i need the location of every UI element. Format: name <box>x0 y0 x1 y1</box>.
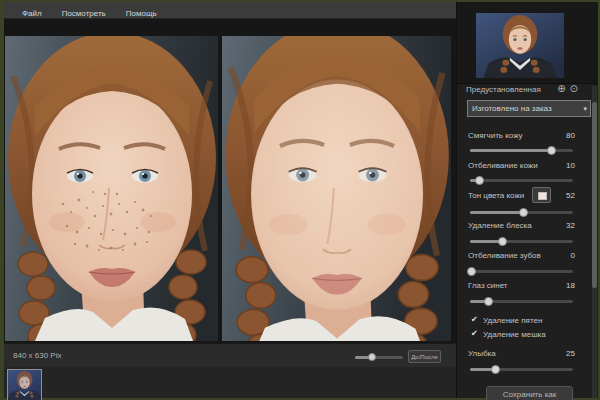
slider-handle-teeth-whitening[interactable] <box>467 267 476 276</box>
checkbox-row-blemish-removal[interactable]: ✔Удаление пятен <box>457 315 599 327</box>
slider-fill-skin-tone <box>470 211 524 214</box>
slider-track-gloss-removal[interactable] <box>470 240 573 243</box>
preset-section-label: Предустановленная <box>466 85 541 94</box>
checkbox-label-eyebag-removal: Удаление мешка <box>483 330 546 339</box>
slider-track-soften-skin[interactable] <box>470 149 573 152</box>
preset-remove-icon[interactable]: ⊙ <box>570 83 582 94</box>
thumbnail-portrait <box>8 370 41 400</box>
adjustments-panel: Предустановленная ⊕⊙ Изготовлено на зака… <box>456 2 598 398</box>
preview-image-before <box>5 36 218 341</box>
menu-item-1[interactable]: Посмотреть <box>52 6 116 22</box>
menu-item-0[interactable]: Файл <box>12 6 52 22</box>
slider-label-gloss-removal: Удаление блеска <box>468 221 532 230</box>
slider-group-soften-skin: Смягчить кожу80 <box>457 131 599 159</box>
thumbnail-strip <box>4 367 456 398</box>
slider-handle-eye-blue[interactable] <box>484 297 493 306</box>
slider-value-skin-tone: 52 <box>566 191 575 200</box>
save-as-button[interactable]: Сохранить как <box>486 386 573 400</box>
menu-item-2[interactable]: Помощь <box>116 6 167 22</box>
slider-group-teeth-whitening: Отбеливание зубов0 <box>457 251 599 280</box>
slider-handle-soften-skin[interactable] <box>547 146 556 155</box>
slider-value-soften-skin: 80 <box>566 131 575 140</box>
preview-zoom-slider[interactable] <box>355 356 403 359</box>
preview-image-after <box>222 36 451 341</box>
photo-retouch-app: { "window": { "menu_items": ["Файл", "По… <box>0 0 600 400</box>
slider-label-soften-skin: Смягчить кожу <box>468 131 523 140</box>
status-bar: 840 x 630 Pix До/После <box>4 343 456 368</box>
slider-value-gloss-removal: 32 <box>566 221 575 230</box>
checkbox-check-icon[interactable]: ✔ <box>471 329 478 338</box>
slider-fill-soften-skin <box>470 149 552 152</box>
chevron-down-icon: ▾ <box>583 101 587 116</box>
preview-zoom-handle[interactable] <box>368 353 376 361</box>
slider-handle-smile[interactable] <box>491 365 500 374</box>
skin-tone-swatch-color <box>538 192 547 200</box>
slider-value-eye-blue: 18 <box>566 281 575 290</box>
checkbox-row-eyebag-removal[interactable]: ✔Удаление мешка <box>457 329 599 341</box>
menubar: ФайлПосмотретьПомощь <box>4 2 456 19</box>
slider-value-skin-whitening: 10 <box>566 161 575 170</box>
preset-dropdown[interactable]: Изготовлено на заказ ▾ <box>467 100 591 117</box>
panel-header <box>457 2 598 84</box>
slider-track-smile[interactable] <box>470 368 573 371</box>
portrait-after-illustration <box>222 36 451 341</box>
slider-track-skin-tone[interactable] <box>470 211 573 214</box>
slider-group-skin-whitening: Отбеливание кожи10 <box>457 161 599 189</box>
slider-value-smile: 25 <box>566 349 575 358</box>
slider-group-smile: Улыбка25 <box>457 349 599 378</box>
slider-label-smile: Улыбка <box>468 349 496 358</box>
slider-track-teeth-whitening[interactable] <box>470 270 573 273</box>
slider-label-eye-blue: Глаз синет <box>468 281 508 290</box>
app-window: ФайлПосмотретьПомощь 840 x 630 Pix До/По… <box>4 2 598 398</box>
panel-scrollbar-thumb[interactable] <box>592 102 597 288</box>
slider-group-skin-tone: Тон цвета кожи52 <box>457 191 599 221</box>
slider-track-skin-whitening[interactable] <box>470 179 573 182</box>
slider-label-skin-tone: Тон цвета кожи <box>468 191 524 200</box>
slider-handle-skin-tone[interactable] <box>519 208 528 217</box>
portrait-before-illustration <box>5 36 218 341</box>
thumbnail-strip-item[interactable] <box>7 369 42 400</box>
slider-value-teeth-whitening: 0 <box>571 251 575 260</box>
preset-add-icon[interactable]: ⊕ <box>557 83 569 94</box>
panel-scrollbar[interactable] <box>592 86 597 398</box>
slider-group-eye-blue: Глаз синет18 <box>457 281 599 310</box>
preset-dropdown-value: Изготовлено на заказ <box>472 101 552 116</box>
checkbox-check-icon[interactable]: ✔ <box>471 315 478 324</box>
preset-icons: ⊕⊙ <box>557 83 582 94</box>
before-after-button[interactable]: До/После <box>408 350 441 363</box>
slider-handle-gloss-removal[interactable] <box>498 237 507 246</box>
panel-photo-thumbnail[interactable] <box>476 13 564 78</box>
skin-tone-swatch-button[interactable] <box>532 187 551 203</box>
slider-label-teeth-whitening: Отбеливание зубов <box>468 251 541 260</box>
slider-group-gloss-removal: Удаление блеска32 <box>457 221 599 250</box>
image-size-label: 840 x 630 Pix <box>13 351 61 360</box>
slider-track-eye-blue[interactable] <box>470 300 573 303</box>
panel-portrait <box>476 13 564 78</box>
slider-label-skin-whitening: Отбеливание кожи <box>468 161 538 170</box>
slider-handle-skin-whitening[interactable] <box>475 176 484 185</box>
checkbox-label-blemish-removal: Удаление пятен <box>483 316 542 325</box>
